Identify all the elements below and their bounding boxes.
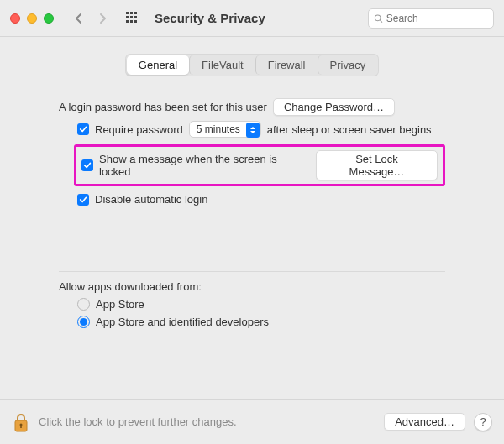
allow-apps-title: Allow apps downloaded from: xyxy=(59,280,445,293)
tab-filevault[interactable]: FileVault xyxy=(189,55,255,75)
divider xyxy=(59,271,445,272)
toolbar: Security & Privacy xyxy=(0,0,504,37)
radio-identified-developers[interactable] xyxy=(77,316,90,328)
lock-icon[interactable] xyxy=(12,410,30,434)
tab-general[interactable]: General xyxy=(127,55,189,75)
login-password-text: A login password has been set for this u… xyxy=(59,101,267,113)
search-input[interactable] xyxy=(386,13,488,24)
nav-arrows xyxy=(69,9,113,28)
preferences-window: Security & Privacy General FileVault Fir… xyxy=(0,0,504,444)
lock-hint-text: Click the lock to prevent further change… xyxy=(39,415,375,428)
require-password-label: Require password xyxy=(95,123,183,136)
chevron-updown-icon xyxy=(246,123,260,138)
close-window-button[interactable] xyxy=(10,13,20,24)
svg-point-0 xyxy=(375,14,381,20)
tab-privacy[interactable]: Privacy xyxy=(318,55,378,75)
radio-identified-developers-label: App Store and identified developers xyxy=(96,316,269,328)
tab-firewall[interactable]: Firewall xyxy=(255,55,318,75)
search-icon xyxy=(374,13,383,24)
require-password-suffix: after sleep or screen saver begins xyxy=(267,123,432,136)
search-field[interactable] xyxy=(368,8,494,29)
require-password-row: Require password 5 minutes after sleep o… xyxy=(59,121,445,138)
login-password-row: A login password has been set for this u… xyxy=(59,98,445,116)
require-password-delay-select[interactable]: 5 minutes xyxy=(189,121,261,138)
back-button[interactable] xyxy=(69,9,89,28)
svg-line-1 xyxy=(380,20,382,23)
show-message-highlight: Show a message when the screen is locked… xyxy=(74,144,445,186)
require-password-delay-value: 5 minutes xyxy=(197,123,240,135)
window-controls xyxy=(10,13,54,24)
show-all-icon[interactable] xyxy=(126,12,139,25)
identified-developers-row: App Store and identified developers xyxy=(59,316,445,328)
show-message-checkbox[interactable] xyxy=(81,159,93,171)
app-store-row: App Store xyxy=(59,298,445,311)
show-message-label: Show a message when the screen is locked xyxy=(99,153,310,178)
general-panel: A login password has been set for this u… xyxy=(20,86,484,399)
help-button[interactable]: ? xyxy=(474,413,492,431)
advanced-button[interactable]: Advanced… xyxy=(384,413,465,431)
content: General FileVault Firewall Privacy A log… xyxy=(0,37,504,399)
tab-bar: General FileVault Firewall Privacy xyxy=(125,54,379,76)
require-password-checkbox[interactable] xyxy=(77,123,89,135)
zoom-window-button[interactable] xyxy=(44,13,54,24)
set-lock-message-button[interactable]: Set Lock Message… xyxy=(316,150,438,180)
footer: Click the lock to prevent further change… xyxy=(0,399,504,444)
svg-rect-4 xyxy=(20,425,22,428)
disable-auto-login-label: Disable automatic login xyxy=(95,193,207,206)
page-title: Security & Privacy xyxy=(155,11,265,25)
change-password-button[interactable]: Change Password… xyxy=(273,98,395,116)
forward-button[interactable] xyxy=(92,9,113,28)
radio-app-store-label: App Store xyxy=(96,298,144,311)
disable-auto-login-row: Disable automatic login xyxy=(59,193,445,206)
disable-auto-login-checkbox[interactable] xyxy=(77,194,89,206)
minimize-window-button[interactable] xyxy=(27,13,37,24)
radio-app-store[interactable] xyxy=(77,298,90,311)
